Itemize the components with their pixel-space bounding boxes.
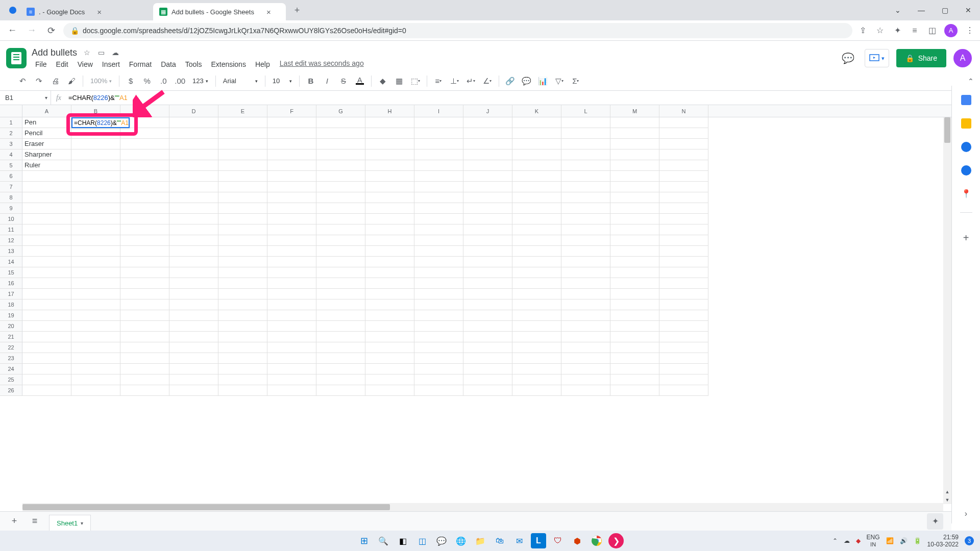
col-header-J[interactable]: J bbox=[463, 105, 512, 117]
menu-format[interactable]: Format bbox=[126, 59, 155, 69]
cell-D17[interactable] bbox=[169, 289, 218, 299]
calendar-icon[interactable] bbox=[961, 95, 971, 105]
cell-N10[interactable] bbox=[659, 214, 708, 224]
cell-N18[interactable] bbox=[659, 299, 708, 310]
cell-L10[interactable] bbox=[561, 214, 610, 224]
cell-C21[interactable] bbox=[120, 332, 169, 342]
cell-D8[interactable] bbox=[169, 192, 218, 203]
cell-A19[interactable] bbox=[22, 310, 71, 321]
cell-K4[interactable] bbox=[512, 149, 561, 160]
cell-C13[interactable] bbox=[120, 246, 169, 257]
cell-M6[interactable] bbox=[610, 171, 659, 182]
cloud-status-icon[interactable]: ☁ bbox=[111, 48, 120, 57]
cell-B26[interactable] bbox=[71, 385, 120, 396]
cell-H1[interactable] bbox=[365, 117, 414, 128]
cell-J1[interactable] bbox=[463, 117, 512, 128]
cell-M19[interactable] bbox=[610, 310, 659, 321]
cell-C20[interactable] bbox=[120, 321, 169, 332]
cell-C12[interactable] bbox=[120, 235, 169, 246]
cell-G15[interactable] bbox=[316, 267, 365, 278]
cell-J17[interactable] bbox=[463, 289, 512, 299]
percent-button[interactable]: % bbox=[140, 74, 154, 88]
cell-E13[interactable] bbox=[218, 246, 267, 257]
row-header-9[interactable]: 9 bbox=[0, 203, 22, 214]
cell-C4[interactable] bbox=[120, 149, 169, 160]
cell-K12[interactable] bbox=[512, 235, 561, 246]
cell-N20[interactable] bbox=[659, 321, 708, 332]
cell-F26[interactable] bbox=[267, 385, 316, 396]
cell-G12[interactable] bbox=[316, 235, 365, 246]
cell-A4[interactable]: Sharpner bbox=[22, 149, 71, 160]
row-header-24[interactable]: 24 bbox=[0, 364, 22, 374]
cell-K7[interactable] bbox=[512, 182, 561, 192]
cell-A2[interactable]: Pencil bbox=[22, 128, 71, 139]
cell-D12[interactable] bbox=[169, 235, 218, 246]
cell-A5[interactable]: Ruler bbox=[22, 160, 71, 171]
cell-G5[interactable] bbox=[316, 160, 365, 171]
cell-J20[interactable] bbox=[463, 321, 512, 332]
tasks-icon[interactable] bbox=[961, 142, 971, 152]
keep-icon[interactable] bbox=[961, 118, 971, 129]
cell-L22[interactable] bbox=[561, 342, 610, 353]
cell-N2[interactable] bbox=[659, 128, 708, 139]
cell-K8[interactable] bbox=[512, 192, 561, 203]
cell-G2[interactable] bbox=[316, 128, 365, 139]
cell-F10[interactable] bbox=[267, 214, 316, 224]
cell-F16[interactable] bbox=[267, 278, 316, 289]
cell-H23[interactable] bbox=[365, 353, 414, 364]
cell-G6[interactable] bbox=[316, 171, 365, 182]
cell-F8[interactable] bbox=[267, 192, 316, 203]
cell-K1[interactable] bbox=[512, 117, 561, 128]
cell-A7[interactable] bbox=[22, 182, 71, 192]
cell-L12[interactable] bbox=[561, 235, 610, 246]
cell-G23[interactable] bbox=[316, 353, 365, 364]
cell-N14[interactable] bbox=[659, 257, 708, 267]
row-header-6[interactable]: 6 bbox=[0, 171, 22, 182]
undo-button[interactable]: ↶ bbox=[15, 74, 30, 88]
cell-H12[interactable] bbox=[365, 235, 414, 246]
wrap-button[interactable]: ↵ ▾ bbox=[464, 74, 478, 88]
cell-A9[interactable] bbox=[22, 203, 71, 214]
cell-N16[interactable] bbox=[659, 278, 708, 289]
cell-M2[interactable] bbox=[610, 128, 659, 139]
cell-K21[interactable] bbox=[512, 332, 561, 342]
cell-D15[interactable] bbox=[169, 267, 218, 278]
cell-C18[interactable] bbox=[120, 299, 169, 310]
cell-H19[interactable] bbox=[365, 310, 414, 321]
cell-K3[interactable] bbox=[512, 139, 561, 149]
cell-K14[interactable] bbox=[512, 257, 561, 267]
cell-K26[interactable] bbox=[512, 385, 561, 396]
hide-side-panel-icon[interactable]: › bbox=[965, 509, 967, 518]
cell-L25[interactable] bbox=[561, 374, 610, 385]
cell-E14[interactable] bbox=[218, 257, 267, 267]
cell-J21[interactable] bbox=[463, 332, 512, 342]
cell-G9[interactable] bbox=[316, 203, 365, 214]
font-size-select[interactable]: 10▾ bbox=[270, 77, 295, 85]
h-align-button[interactable]: ≡ ▾ bbox=[431, 74, 446, 88]
cell-N6[interactable] bbox=[659, 171, 708, 182]
cell-N13[interactable] bbox=[659, 246, 708, 257]
vertical-scrollbar[interactable]: ▲ ▼ bbox=[943, 117, 951, 504]
add-addon-icon[interactable]: + bbox=[963, 232, 969, 244]
number-format-select[interactable]: 123▾ bbox=[189, 77, 211, 85]
cell-N19[interactable] bbox=[659, 310, 708, 321]
cell-C19[interactable] bbox=[120, 310, 169, 321]
row-header-20[interactable]: 20 bbox=[0, 321, 22, 332]
cell-I3[interactable] bbox=[414, 139, 463, 149]
cell-N17[interactable] bbox=[659, 289, 708, 299]
cell-J11[interactable] bbox=[463, 224, 512, 235]
increase-decimal-button[interactable]: .00 bbox=[173, 74, 187, 88]
cell-C10[interactable] bbox=[120, 214, 169, 224]
cell-K23[interactable] bbox=[512, 353, 561, 364]
cell-N24[interactable] bbox=[659, 364, 708, 374]
cell-K17[interactable] bbox=[512, 289, 561, 299]
cell-G26[interactable] bbox=[316, 385, 365, 396]
cell-M21[interactable] bbox=[610, 332, 659, 342]
cell-B8[interactable] bbox=[71, 192, 120, 203]
menu-edit[interactable]: Edit bbox=[53, 59, 72, 69]
cell-B14[interactable] bbox=[71, 257, 120, 267]
col-header-I[interactable]: I bbox=[414, 105, 463, 117]
cell-I25[interactable] bbox=[414, 374, 463, 385]
cell-K24[interactable] bbox=[512, 364, 561, 374]
cell-F5[interactable] bbox=[267, 160, 316, 171]
